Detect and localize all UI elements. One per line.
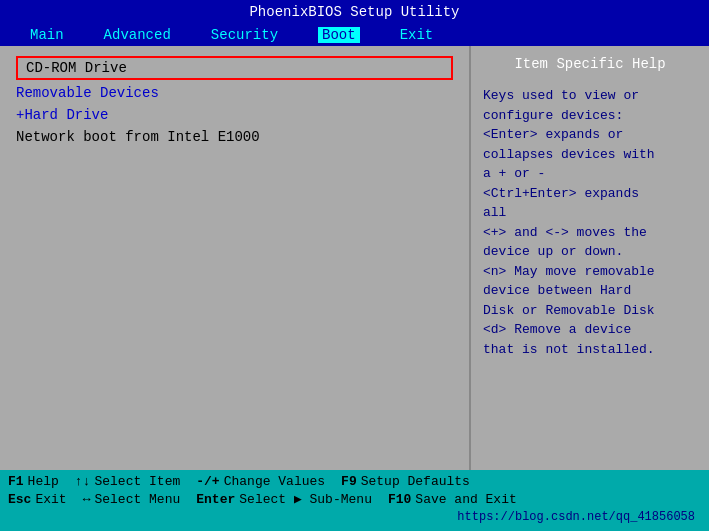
bottom-row-2: Esc Exit ↔ Select Menu Enter Select ▶ Su… (8, 491, 701, 507)
f9-setup: F9 Setup Defaults (341, 474, 470, 489)
url-bar: https://blog.csdn.net/qq_41856058 (8, 509, 701, 527)
boot-item-removable[interactable]: Removable Devices (16, 84, 453, 102)
help-panel-title: Item Specific Help (483, 56, 697, 72)
arrow-select-item: ↑↓ Select Item (75, 474, 180, 489)
f10-save: F10 Save and Exit (388, 492, 517, 507)
right-panel: Item Specific Help Keys used to view or … (469, 46, 709, 470)
boot-item-network[interactable]: Network boot from Intel E1000 (16, 128, 453, 146)
menu-security[interactable]: Security (211, 27, 278, 43)
menu-bar: Main Advanced Security Boot Exit (0, 24, 709, 46)
help-panel-text: Keys used to view or configure devices: … (483, 86, 697, 359)
esc-exit: Esc Exit (8, 492, 67, 507)
title-bar: PhoenixBIOS Setup Utility (0, 0, 709, 24)
left-panel: CD-ROM Drive Removable Devices +Hard Dri… (0, 46, 469, 470)
bottom-bar: F1 Help ↑↓ Select Item -/+ Change Values… (0, 470, 709, 531)
app-title: PhoenixBIOS Setup Utility (249, 4, 459, 20)
menu-boot[interactable]: Boot (318, 27, 360, 43)
bottom-row-1: F1 Help ↑↓ Select Item -/+ Change Values… (8, 474, 701, 489)
f1-help: F1 Help (8, 474, 59, 489)
arrows-select-menu: ↔ Select Menu (83, 492, 181, 507)
boot-item-cdrom[interactable]: CD-ROM Drive (16, 56, 453, 80)
menu-exit[interactable]: Exit (400, 27, 434, 43)
menu-advanced[interactable]: Advanced (104, 27, 171, 43)
enter-select: Enter Select ▶ Sub-Menu (196, 491, 372, 507)
plusminus-change: -/+ Change Values (196, 474, 325, 489)
main-content: CD-ROM Drive Removable Devices +Hard Dri… (0, 46, 709, 470)
boot-item-harddrive[interactable]: +Hard Drive (16, 106, 453, 124)
menu-main[interactable]: Main (30, 27, 64, 43)
